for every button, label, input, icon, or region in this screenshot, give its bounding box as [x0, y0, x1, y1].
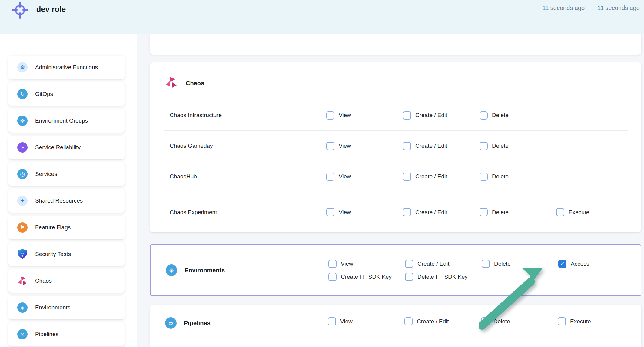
permission-label: Create FF SDK Key: [341, 274, 392, 280]
sidebar-item-label: Shared Resources: [35, 197, 83, 204]
sidebar-item-label: Environment Groups: [35, 117, 88, 124]
view-checkbox[interactable]: [326, 208, 334, 216]
security-shield-icon: ◎: [17, 249, 28, 259]
sidebar-item-environment-groups[interactable]: ❖Environment Groups: [8, 109, 125, 133]
permission-access[interactable]: Access: [558, 260, 635, 268]
permission-columns: Create FF SDK KeyDelete FF SDK Key: [328, 273, 635, 281]
resource-label: Chaos Gameday: [170, 143, 326, 149]
sidebar-item-chaos[interactable]: Chaos: [8, 269, 125, 293]
view-checkbox[interactable]: [328, 317, 336, 325]
permission-label: Delete: [492, 143, 509, 149]
permission-delete[interactable]: Delete: [482, 260, 558, 268]
create-edit-checkbox[interactable]: [405, 260, 413, 268]
pipelines-title: Pipelines: [184, 320, 211, 327]
execute-checkbox[interactable]: [556, 208, 564, 216]
permission-create-edit[interactable]: Create / Edit: [403, 173, 480, 181]
permission-row-chaos-experiment: Chaos ExperimentViewCreate / EditDeleteE…: [164, 192, 628, 232]
sidebar-item-environments[interactable]: ◈Environments: [8, 296, 125, 319]
permission-create-edit[interactable]: Create / Edit: [403, 208, 480, 216]
permission-label: Create / Edit: [415, 209, 447, 216]
permission-view[interactable]: View: [326, 208, 403, 216]
access-checkbox[interactable]: [558, 260, 566, 268]
permission-view[interactable]: View: [328, 317, 404, 325]
delete-ff-sdk-key-checkbox[interactable]: [405, 273, 413, 281]
permission-columns: ViewCreate / EditDeleteExecute: [326, 208, 633, 216]
permission-delete[interactable]: Delete: [481, 317, 558, 325]
sidebar-item-label: Environments: [35, 304, 70, 311]
create-edit-checkbox[interactable]: [404, 317, 413, 325]
pipelines-entity: ∞ Pipelines: [165, 317, 328, 329]
gear-icon: ⚙: [17, 62, 28, 72]
sidebar-item-label: Chaos: [35, 278, 52, 284]
sidebar-item-security-tests[interactable]: ◎Security Tests: [8, 242, 125, 266]
permission-label: Create / Edit: [415, 112, 447, 119]
view-checkbox[interactable]: [326, 142, 334, 150]
timestamps: 11 seconds ago 11 seconds ago: [543, 2, 640, 13]
permission-label: Delete: [492, 112, 509, 119]
create-ff-sdk-key-checkbox[interactable]: [328, 273, 337, 281]
permission-execute[interactable]: Execute: [558, 317, 634, 325]
permission-create-edit[interactable]: Create / Edit: [403, 111, 480, 120]
permission-create-edit[interactable]: Create / Edit: [403, 142, 480, 150]
permission-view[interactable]: View: [326, 142, 403, 150]
sidebar-item-pipelines[interactable]: ∞Pipelines: [8, 322, 125, 346]
permission-view[interactable]: View: [326, 111, 403, 120]
permission-execute[interactable]: Execute: [556, 208, 633, 216]
delete-checkbox[interactable]: [480, 111, 488, 120]
view-checkbox[interactable]: [326, 111, 334, 120]
service-reliability-icon: ◔: [17, 142, 28, 153]
sidebar-item-administrative-functions[interactable]: ⚙Administrative Functions: [8, 56, 125, 79]
permission-row-chaoshub: ChaosHubViewCreate / EditDelete: [164, 161, 628, 192]
create-edit-checkbox[interactable]: [403, 142, 411, 150]
permission-delete[interactable]: Delete: [480, 111, 556, 120]
sidebar-item-label: Pipelines: [35, 331, 58, 338]
delete-checkbox[interactable]: [481, 317, 489, 325]
permission-label: Create / Edit: [415, 173, 447, 180]
permission-label: Delete: [494, 261, 511, 267]
delete-checkbox[interactable]: [480, 142, 488, 150]
delete-checkbox[interactable]: [482, 260, 490, 268]
sidebar-item-gitops[interactable]: ↻GitOps: [8, 82, 125, 106]
permission-label: Execute: [570, 318, 591, 325]
permission-view[interactable]: View: [328, 260, 405, 268]
permission-label: Delete: [492, 173, 509, 180]
permission-label: View: [341, 261, 353, 267]
execute-checkbox[interactable]: [558, 317, 566, 325]
permission-delete[interactable]: Delete: [480, 142, 556, 150]
create-edit-checkbox[interactable]: [403, 111, 411, 120]
permission-view[interactable]: View: [326, 173, 403, 181]
chaos-icon: [165, 76, 178, 90]
pipelines-permissions-card: ∞ Pipelines ViewCreate / EditDeleteExecu…: [150, 305, 641, 347]
delete-checkbox[interactable]: [480, 208, 488, 216]
permission-columns: ViewCreate / EditDeleteExecute: [328, 317, 634, 325]
pipelines-icon: ∞: [17, 329, 28, 339]
sidebar-item-services[interactable]: ◎Services: [8, 162, 125, 186]
resource-label: Chaos Infrastructure: [170, 112, 326, 119]
shared-resources-icon: ✦: [17, 196, 28, 206]
sidebar-item-shared-resources[interactable]: ✦Shared Resources: [8, 189, 125, 213]
sidebar-item-service-reliability[interactable]: ◔Service Reliability: [8, 136, 125, 159]
view-checkbox[interactable]: [326, 173, 334, 181]
permission-create-edit[interactable]: Create / Edit: [404, 317, 481, 325]
chaos-card-header: Chaos: [165, 73, 628, 93]
permission-delete-ff-sdk-key[interactable]: Delete FF SDK Key: [405, 273, 482, 281]
permission-create-ff-sdk-key[interactable]: Create FF SDK Key: [328, 273, 405, 281]
permission-create-edit[interactable]: Create / Edit: [405, 260, 482, 268]
delete-checkbox[interactable]: [480, 173, 488, 181]
sidebar-item-label: Administrative Functions: [35, 64, 98, 71]
permission-delete[interactable]: Delete: [480, 173, 556, 181]
create-edit-checkbox[interactable]: [403, 173, 411, 181]
permission-delete[interactable]: Delete: [480, 208, 556, 216]
sidebar-item-feature-flags[interactable]: ⚑Feature Flags: [8, 216, 125, 239]
permission-row-chaos-gameday: Chaos GamedayViewCreate / EditDelete: [164, 131, 628, 161]
environments-title: Environments: [184, 267, 225, 274]
sidebar-item-label: Security Tests: [35, 251, 71, 258]
permission-columns: ViewCreate / EditDelete: [326, 173, 633, 181]
permission-label: Create / Edit: [417, 261, 450, 267]
permission-label: Delete: [493, 318, 510, 325]
sidebar-item-label: Services: [35, 171, 57, 177]
create-edit-checkbox[interactable]: [403, 208, 411, 216]
permission-label: View: [339, 209, 351, 216]
environments-permissions-card: ◈ Environments ViewCreate / EditDeleteAc…: [150, 244, 641, 296]
view-checkbox[interactable]: [328, 260, 337, 268]
